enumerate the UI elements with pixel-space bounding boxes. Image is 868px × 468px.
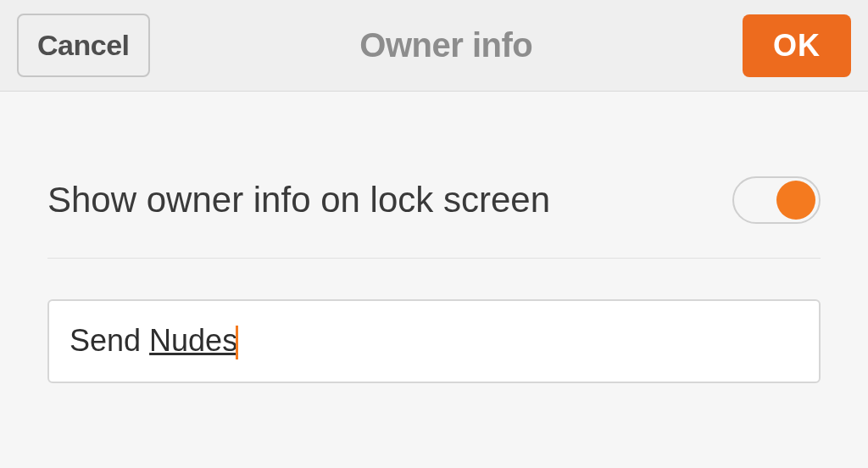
toggle-thumb-icon	[776, 181, 815, 220]
page-title: Owner info	[150, 26, 743, 64]
text-caret-icon	[236, 326, 238, 359]
owner-info-text-plain: Send	[70, 323, 149, 358]
show-owner-info-row: Show owner info on lock screen	[47, 142, 821, 259]
content-area: Show owner info on lock screen Send Nude…	[0, 92, 868, 383]
header-bar: Cancel Owner info OK	[0, 0, 868, 92]
cancel-button[interactable]: Cancel	[17, 14, 150, 77]
owner-info-field-wrap: Send Nudes	[47, 299, 821, 383]
show-owner-info-label: Show owner info on lock screen	[47, 180, 550, 220]
owner-info-input[interactable]: Send Nudes	[47, 299, 821, 383]
owner-info-text-underlined: Nudes	[149, 323, 237, 358]
show-owner-info-toggle[interactable]	[732, 176, 821, 224]
ok-button[interactable]: OK	[743, 14, 851, 77]
